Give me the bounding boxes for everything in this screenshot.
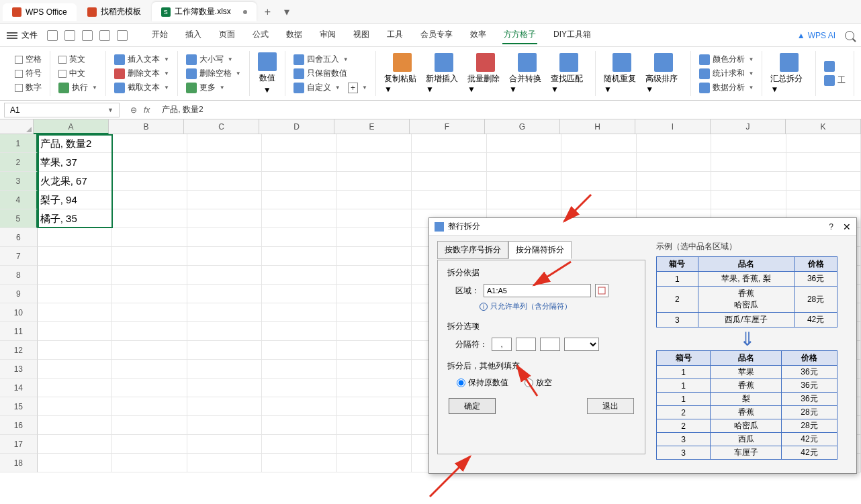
menu-view[interactable]: 视图 [352,26,371,44]
col-header-E[interactable]: E [334,119,410,134]
cell-A14[interactable] [38,379,112,397]
qat-redo-icon[interactable] [117,30,128,41]
cell-C18[interactable] [187,454,262,472]
cell-A2[interactable]: 苹果, 37 [38,153,112,172]
col-header-H[interactable]: H [560,119,635,134]
exit-button[interactable]: 退出 [587,398,634,414]
cell-F1[interactable] [412,134,486,153]
row-header-14[interactable]: 14 [0,379,38,397]
cell-G2[interactable] [487,153,561,172]
btn-delete-text[interactable]: 删除文本▼ [114,68,169,79]
cell-C5[interactable] [187,209,262,228]
btn-insert-text[interactable]: 插入文本▼ [114,54,169,65]
col-header-G[interactable]: G [485,119,560,134]
cell-E1[interactable] [337,134,412,153]
cell-K1[interactable] [786,134,861,153]
row-header-15[interactable]: 15 [0,397,38,416]
cell-E3[interactable] [337,172,412,191]
cell-A6[interactable] [38,228,112,247]
cell-J4[interactable] [711,191,786,209]
sep-input-3[interactable] [540,338,560,351]
cell-H4[interactable] [561,191,636,209]
sep-input-1[interactable] [492,338,512,351]
cell-D18[interactable] [262,454,336,472]
cell-F2[interactable] [412,153,486,172]
cell-B18[interactable] [112,454,187,472]
col-header-F[interactable]: F [410,119,485,134]
row-header-1[interactable]: 1 [0,134,38,153]
btn-custom[interactable]: 自定义▼ +▼ [293,82,367,93]
dialog-tab-by-separator[interactable]: 按分隔符拆分 [508,241,572,259]
menu-ffgz[interactable]: 方方格子 [502,26,537,44]
cell-A11[interactable] [38,322,112,341]
range-picker-button[interactable] [595,284,608,297]
cell-A4[interactable]: 梨子, 94 [38,191,112,209]
formula-input[interactable]: 产品, 数量2 [156,104,861,115]
chk-number[interactable]: 数字 [15,82,42,93]
btn-round[interactable]: 四舍五入▼ [293,54,367,65]
cell-C9[interactable] [187,285,262,303]
cell-J2[interactable] [711,153,786,172]
cell-H3[interactable] [561,172,636,191]
namebox-dropdown-icon[interactable]: ▼ [107,107,114,113]
cell-A1[interactable]: 产品, 数量2 [38,134,112,153]
cell-D7[interactable] [262,247,336,266]
cell-D14[interactable] [262,379,336,397]
menu-diy[interactable]: DIY工具箱 [552,26,592,44]
cell-C13[interactable] [187,360,262,379]
hamburger-icon[interactable] [7,32,17,39]
cell-E14[interactable] [337,379,412,397]
cell-E18[interactable] [337,454,412,472]
cell-D17[interactable] [262,435,336,454]
radio-empty[interactable]: 放空 [525,377,552,389]
cell-A16[interactable] [38,416,112,435]
row-header-13[interactable]: 13 [0,360,38,379]
cell-B14[interactable] [112,379,187,397]
cell-A17[interactable] [38,435,112,454]
row-header-8[interactable]: 8 [0,266,38,285]
cell-C16[interactable] [187,416,262,435]
cell-C4[interactable] [187,191,262,209]
cell-E12[interactable] [337,341,412,360]
cell-D1[interactable] [262,134,336,153]
cell-F3[interactable] [412,172,486,191]
cell-D3[interactable] [262,172,336,191]
cell-E4[interactable] [337,191,412,209]
cell-E16[interactable] [337,416,412,435]
ok-button[interactable]: 确定 [449,398,496,414]
cell-B9[interactable] [112,285,187,303]
cell-A13[interactable] [38,360,112,379]
row-header-3[interactable]: 3 [0,172,38,191]
cell-D10[interactable] [262,303,336,322]
cell-K3[interactable] [786,172,861,191]
cell-E17[interactable] [337,435,412,454]
cell-A10[interactable] [38,303,112,322]
cell-B11[interactable] [112,322,187,341]
cell-C1[interactable] [187,134,262,153]
btn-sort[interactable]: 高级排序▼ [645,53,682,94]
col-header-C[interactable]: C [184,119,259,134]
qat-save-icon[interactable] [47,30,58,41]
cell-I2[interactable] [637,153,711,172]
cell-D9[interactable] [262,285,336,303]
cell-B15[interactable] [112,397,187,416]
cell-J3[interactable] [711,172,786,191]
cell-I1[interactable] [637,134,711,153]
cell-C8[interactable] [187,266,262,285]
dialog-titlebar[interactable]: 整行拆分 ? ✕ [429,218,856,236]
cell-C3[interactable] [187,172,262,191]
cell-B4[interactable] [112,191,187,209]
menu-tools[interactable]: 工具 [386,26,404,44]
cell-H1[interactable] [561,134,636,153]
cell-B10[interactable] [112,303,187,322]
btn-color-analysis[interactable]: 颜色分析▼ [699,54,754,65]
dialog-help-button[interactable]: ? [829,222,833,232]
menu-efficiency[interactable]: 效率 [469,26,488,44]
cell-C6[interactable] [187,228,262,247]
row-header-6[interactable]: 6 [0,228,38,247]
cell-D2[interactable] [262,153,336,172]
chk-chinese[interactable]: 中文 [58,68,97,79]
cell-A9[interactable] [38,285,112,303]
col-header-K[interactable]: K [786,119,861,134]
cell-D8[interactable] [262,266,336,285]
